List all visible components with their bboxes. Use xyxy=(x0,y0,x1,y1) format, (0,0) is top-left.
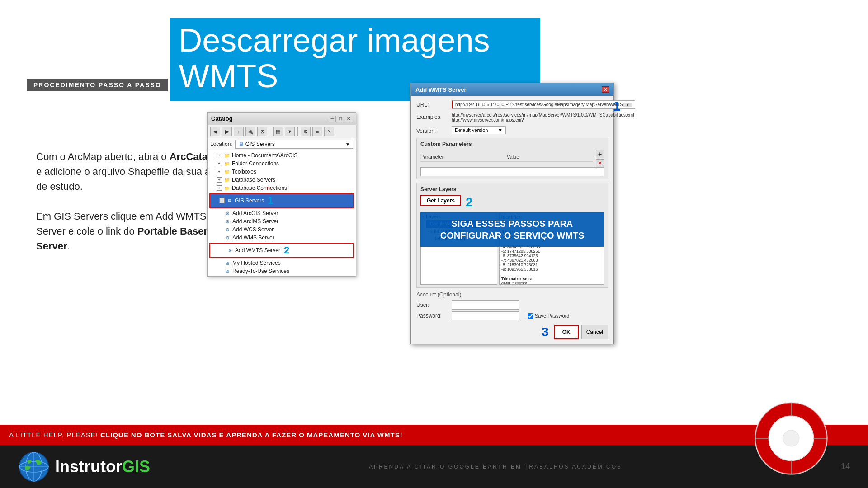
save-pw-check-input[interactable] xyxy=(528,313,533,319)
help-button[interactable]: ? xyxy=(324,127,334,136)
options-button[interactable]: ⚙ xyxy=(301,127,311,136)
tree-item-ready-to-use[interactable]: 🖥 Ready-To-Use Services xyxy=(222,267,356,275)
add-wmts-row[interactable]: ⚙ Add WMTS Server 2 xyxy=(209,243,354,258)
left-para-2: Em GIS Servers clique em Add WMTS Server… xyxy=(36,209,226,253)
logo-globe-icon xyxy=(18,451,50,483)
version-select[interactable]: Default version ▼ xyxy=(452,126,506,134)
back-button[interactable]: ◀ xyxy=(210,127,220,136)
url-dropdown[interactable]: ▼ xyxy=(623,103,632,107)
number-badge-1: 1 xyxy=(268,195,273,206)
add-wmts-icon: ⚙ xyxy=(226,247,234,253)
cancel-button[interactable]: Cancel xyxy=(581,325,608,339)
db-conn-icon: 📁 xyxy=(223,185,231,191)
get-layers-row: Get Layers 2 xyxy=(420,195,604,210)
number-3-badge: 3 xyxy=(542,325,549,339)
folder-connections-icon: 📁 xyxy=(223,160,231,167)
bottom-bar-bold[interactable]: CLIQUE NO BOTE SALVA VIDAS E APRENDA A F… xyxy=(98,431,403,439)
dialog-footer: 3 OK Cancel xyxy=(416,325,608,339)
user-field: User: xyxy=(416,300,608,310)
catalog-tree: + 📁 Home - Documents\ArcGIS + 📁 Folder C… xyxy=(208,150,356,276)
layers-panel-wrapper: SIGA ESSES PASSOS PARA CONFIGURAR O SERV… xyxy=(420,212,604,285)
param-col-2: Value xyxy=(507,154,593,160)
expand-db-conn[interactable]: + xyxy=(217,185,222,191)
gis-servers-row[interactable]: - 🖥 GIS Servers 1 xyxy=(209,193,354,208)
tree-item-add-arcgis[interactable]: ⚙ Add ArcGIS Server xyxy=(222,209,356,217)
catalog-location: Location: 🖥 GIS Servers ▼ xyxy=(208,138,356,150)
disconnect-button[interactable]: ⊠ xyxy=(257,127,267,136)
url-input[interactable]: http://192.168.56.1:7080/PBS/rest/servic… xyxy=(452,100,635,109)
location-value: GIS Servers xyxy=(245,141,275,147)
ok-button[interactable]: OK xyxy=(554,325,579,339)
window-buttons: ─ □ ✕ xyxy=(329,116,352,122)
footer-page-number: 14 xyxy=(841,462,850,471)
server-layers-title: Server Layers xyxy=(420,186,604,192)
password-input[interactable] xyxy=(452,311,519,320)
add-param-button[interactable]: + xyxy=(596,150,604,158)
expand-db-servers[interactable]: + xyxy=(217,177,222,183)
db-servers-icon: 📁 xyxy=(223,177,231,183)
params-empty-area xyxy=(420,167,604,176)
custom-params-title: Custom Parameters xyxy=(420,141,604,147)
connect-button[interactable]: 🔌 xyxy=(245,127,255,136)
tree-item-toolboxes[interactable]: + 📁 Toolboxes xyxy=(215,168,356,176)
procedure-label: PROCEDIMENTO PASSO A PASSO xyxy=(27,79,168,91)
forward-button[interactable]: ▶ xyxy=(222,127,232,136)
catalog-toolbar: ◀ ▶ ↑ 🔌 ⊠ ▦ ▼ ⚙ ≡ ? xyxy=(208,125,356,138)
tree-item-db-servers[interactable]: + 📁 Database Servers xyxy=(215,176,356,184)
tree-item-home[interactable]: + 📁 Home - Documents\ArcGIS xyxy=(215,151,356,160)
password-field: Password: Save Password xyxy=(416,311,608,320)
get-layers-button[interactable]: Get Layers xyxy=(420,195,461,206)
dropdown-btn[interactable]: ▼ xyxy=(285,127,295,136)
bottom-bar-normal: A LITTLE HELP, PLEASE! xyxy=(9,431,98,439)
tree-item-add-wcs[interactable]: ⚙ Add WCS Server xyxy=(222,225,356,234)
folder-icon: 📁 xyxy=(223,152,231,159)
add-arcgis-icon: ⚙ xyxy=(224,210,231,216)
number-2-badge: 2 xyxy=(466,195,473,210)
grid-view-button[interactable]: ▦ xyxy=(273,127,283,136)
save-password-checkbox[interactable]: Save Password xyxy=(528,313,569,319)
delete-param-button[interactable]: ✕ xyxy=(596,159,604,167)
close-button[interactable]: ✕ xyxy=(345,116,352,122)
url-field-row: URL: http://192.168.56.1:7080/PBS/rest/s… xyxy=(416,100,608,109)
number-badge-2-catalog: 2 xyxy=(284,244,289,256)
my-hosted-label: My Hosted Services xyxy=(232,260,281,266)
properties-button[interactable]: ≡ xyxy=(312,127,322,136)
expand-toolboxes[interactable]: + xyxy=(217,169,222,174)
examples-value: http://myserver/arcgis/rest/services/mym… xyxy=(452,113,634,122)
life-ring[interactable] xyxy=(750,398,832,479)
tree-item-my-hosted[interactable]: 🖥 My Hosted Services xyxy=(222,259,356,267)
user-label: User: xyxy=(416,302,448,308)
params-table-header: Parameter Value xyxy=(420,154,593,162)
tree-item-db-connections[interactable]: + 📁 Database Connections xyxy=(215,184,356,192)
user-input[interactable] xyxy=(452,300,519,310)
catalog-title: Catalog xyxy=(211,115,233,122)
footer-subtitle: APRENDA A CITAR O GOOGLE EARTH EM TRABAL… xyxy=(369,464,622,470)
wmts-overlay-banner: SIGA ESSES PASSOS PARA CONFIGURAR O SERV… xyxy=(420,212,604,247)
param-col-1: Parameter xyxy=(420,154,507,160)
separator-1 xyxy=(270,127,270,136)
catalog-titlebar: Catalog ─ □ ✕ xyxy=(208,113,356,125)
left-para-1: Com o ArcMap aberto, abra o ArcCatalog e… xyxy=(36,149,226,194)
account-section: Account (Optional) User: Password: Save … xyxy=(416,291,608,320)
location-box[interactable]: 🖥 GIS Servers ▼ xyxy=(235,140,353,149)
examples-field-row: Examples: http://myserver/arcgis/rest/se… xyxy=(416,113,608,122)
tree-item-add-wms[interactable]: ⚙ Add WMS Server xyxy=(222,234,356,242)
tree-item-folder-connections[interactable]: + 📁 Folder Connections xyxy=(215,160,356,168)
bottom-bar: A LITTLE HELP, PLEASE! CLIQUE NO BOTE SA… xyxy=(0,425,868,445)
up-button[interactable]: ↑ xyxy=(234,127,244,136)
param-buttons: + ✕ xyxy=(596,150,604,167)
expand-home[interactable]: + xyxy=(217,153,222,158)
expand-folder[interactable]: + xyxy=(217,161,222,166)
params-header-row: Parameter Value + ✕ xyxy=(420,150,604,167)
add-wms-icon: ⚙ xyxy=(224,235,231,241)
minimize-button[interactable]: ─ xyxy=(329,116,336,122)
wmts-close-button[interactable]: ✕ xyxy=(602,86,609,93)
maximize-button[interactable]: □ xyxy=(337,116,344,122)
url-label: URL: xyxy=(416,100,448,108)
expand-gis-servers[interactable]: - xyxy=(219,198,225,203)
tree-item-add-wmts[interactable]: ⚙ Add WMTS Server 2 xyxy=(225,244,353,257)
tree-item-gis-servers[interactable]: - 🖥 GIS Servers 1 xyxy=(217,194,353,207)
examples-label: Examples: xyxy=(416,113,448,120)
toolboxes-icon: 📁 xyxy=(223,169,231,175)
tree-item-add-arcims[interactable]: ⚙ Add ArcIMS Server xyxy=(222,217,356,225)
